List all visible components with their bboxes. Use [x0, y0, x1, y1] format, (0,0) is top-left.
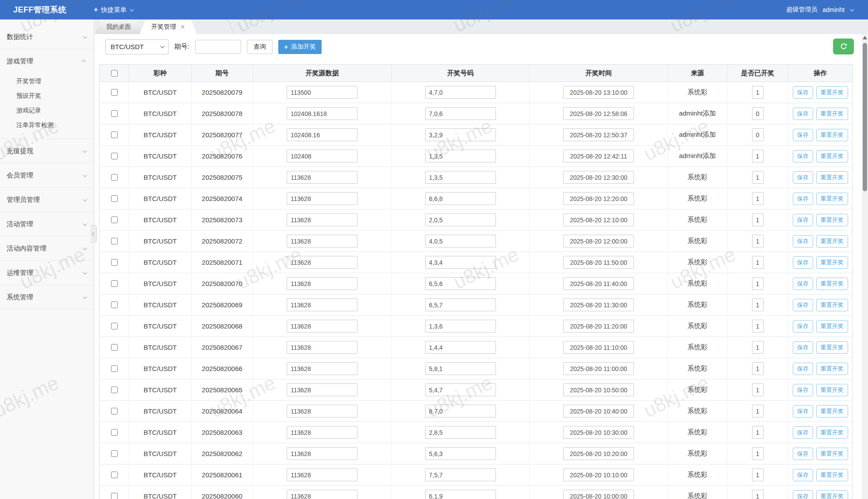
- reset-draw-button[interactable]: 重置开奖: [816, 426, 848, 439]
- save-button[interactable]: 保存: [793, 299, 813, 311]
- tab-my-desktop[interactable]: 我的桌面: [95, 20, 142, 34]
- source-data-input[interactable]: [287, 447, 357, 460]
- source-data-input[interactable]: [287, 171, 357, 184]
- source-data-input[interactable]: [287, 383, 357, 396]
- save-button[interactable]: 保存: [793, 341, 813, 354]
- opened-flag-input[interactable]: [752, 171, 764, 184]
- draw-time-input[interactable]: [563, 107, 634, 120]
- draw-numbers-input[interactable]: [425, 256, 496, 269]
- opened-flag-input[interactable]: [752, 213, 764, 226]
- opened-flag-input[interactable]: [752, 468, 764, 481]
- draw-numbers-input[interactable]: [425, 426, 496, 439]
- save-button[interactable]: 保存: [793, 214, 813, 226]
- sidebar-item[interactable]: 充值提现: [0, 139, 94, 163]
- save-button[interactable]: 保存: [793, 108, 813, 120]
- sidebar-item[interactable]: 系统管理: [0, 285, 94, 309]
- sidebar-item[interactable]: 活动管理: [0, 212, 94, 236]
- draw-numbers-input[interactable]: [425, 192, 496, 205]
- sidebar-item[interactable]: 会员管理: [0, 163, 94, 187]
- save-button[interactable]: 保存: [793, 171, 813, 184]
- opened-flag-input[interactable]: [752, 490, 764, 499]
- draw-time-input[interactable]: [563, 298, 634, 311]
- vertical-scrollbar[interactable]: [862, 34, 868, 499]
- save-button[interactable]: 保存: [793, 363, 813, 375]
- draw-numbers-input[interactable]: [425, 128, 496, 141]
- draw-numbers-input[interactable]: [425, 447, 496, 460]
- draw-numbers-input[interactable]: [425, 490, 496, 499]
- draw-numbers-input[interactable]: [425, 213, 496, 226]
- reset-draw-button[interactable]: 重置开奖: [816, 214, 848, 226]
- draw-time-input[interactable]: [563, 128, 634, 141]
- row-checkbox[interactable]: [111, 153, 118, 159]
- opened-flag-input[interactable]: [752, 426, 764, 439]
- source-data-input[interactable]: [287, 86, 357, 99]
- save-button[interactable]: 保存: [793, 278, 813, 290]
- draw-time-input[interactable]: [563, 490, 634, 499]
- save-button[interactable]: 保存: [793, 150, 813, 162]
- source-data-input[interactable]: [287, 235, 357, 248]
- reset-draw-button[interactable]: 重置开奖: [816, 405, 848, 418]
- opened-flag-input[interactable]: [752, 277, 764, 290]
- save-button[interactable]: 保存: [793, 426, 813, 439]
- opened-flag-input[interactable]: [752, 447, 764, 460]
- row-checkbox[interactable]: [111, 110, 118, 117]
- sidebar-item[interactable]: 运维管理: [0, 261, 94, 285]
- sidebar-item[interactable]: 活动内容管理: [0, 236, 94, 260]
- opened-flag-input[interactable]: [752, 383, 764, 396]
- draw-numbers-input[interactable]: [425, 235, 496, 248]
- draw-numbers-input[interactable]: [425, 277, 496, 290]
- scroll-up-arrow-icon[interactable]: [863, 36, 867, 39]
- draw-time-input[interactable]: [563, 150, 634, 162]
- source-data-input[interactable]: [287, 490, 357, 499]
- row-checkbox[interactable]: [111, 429, 118, 436]
- source-data-input[interactable]: [287, 192, 357, 205]
- row-checkbox[interactable]: [111, 408, 118, 414]
- sidebar-collapse-handle[interactable]: [91, 225, 97, 243]
- user-menu[interactable]: 超级管理员 adminht: [786, 6, 853, 14]
- draw-time-input[interactable]: [563, 341, 634, 354]
- source-data-input[interactable]: [287, 362, 357, 375]
- source-data-input[interactable]: [287, 150, 357, 162]
- row-checkbox[interactable]: [111, 174, 118, 181]
- reset-draw-button[interactable]: 重置开奖: [816, 235, 848, 248]
- draw-time-input[interactable]: [563, 468, 634, 481]
- reset-draw-button[interactable]: 重置开奖: [816, 299, 848, 311]
- sidebar-subitem[interactable]: 预设开奖: [0, 89, 94, 103]
- sidebar-item[interactable]: 数据统计: [0, 25, 94, 49]
- row-checkbox[interactable]: [111, 217, 118, 223]
- refresh-button[interactable]: [833, 39, 854, 54]
- period-input[interactable]: [195, 40, 241, 54]
- draw-time-input[interactable]: [563, 362, 634, 375]
- opened-flag-input[interactable]: [752, 192, 764, 205]
- row-checkbox[interactable]: [111, 259, 118, 266]
- save-button[interactable]: 保存: [793, 320, 813, 333]
- sidebar-subitem[interactable]: 游戏记录: [0, 103, 94, 118]
- save-button[interactable]: 保存: [793, 256, 813, 269]
- source-data-input[interactable]: [287, 256, 357, 269]
- app-title[interactable]: JEFF管理系统: [13, 4, 66, 15]
- draw-time-input[interactable]: [563, 277, 634, 290]
- reset-draw-button[interactable]: 重置开奖: [816, 363, 848, 375]
- sidebar-subitem[interactable]: 注单异常检测: [0, 118, 94, 132]
- source-data-input[interactable]: [287, 298, 357, 311]
- opened-flag-input[interactable]: [752, 235, 764, 248]
- opened-flag-input[interactable]: [752, 256, 764, 269]
- draw-time-input[interactable]: [563, 320, 634, 333]
- opened-flag-input[interactable]: [752, 150, 764, 162]
- source-data-input[interactable]: [287, 128, 357, 141]
- opened-flag-input[interactable]: [752, 298, 764, 311]
- draw-time-input[interactable]: [563, 86, 634, 99]
- quick-menu-button[interactable]: + 快捷菜单: [94, 6, 133, 14]
- reset-draw-button[interactable]: 重置开奖: [816, 171, 848, 184]
- row-checkbox[interactable]: [111, 89, 118, 96]
- save-button[interactable]: 保存: [793, 235, 813, 248]
- draw-numbers-input[interactable]: [425, 320, 496, 333]
- reset-draw-button[interactable]: 重置开奖: [816, 448, 848, 460]
- source-data-input[interactable]: [287, 213, 357, 226]
- draw-time-input[interactable]: [563, 192, 634, 205]
- sidebar-subitem[interactable]: 开奖管理: [0, 74, 94, 89]
- draw-numbers-input[interactable]: [425, 405, 496, 418]
- source-data-input[interactable]: [287, 277, 357, 290]
- reset-draw-button[interactable]: 重置开奖: [816, 150, 848, 162]
- save-button[interactable]: 保存: [793, 448, 813, 460]
